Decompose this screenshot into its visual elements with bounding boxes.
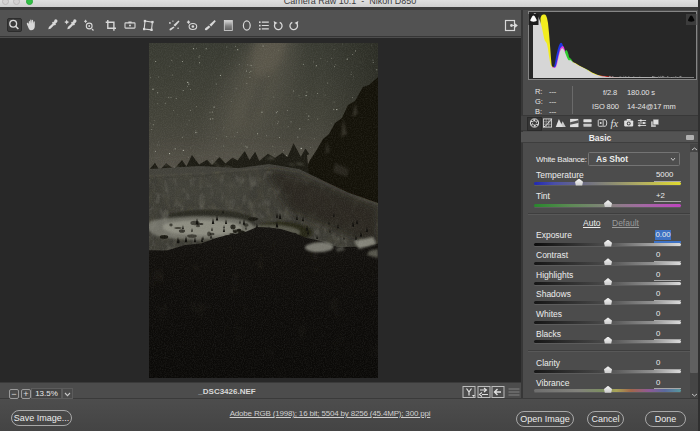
- svg-text:fx: fx: [611, 118, 619, 129]
